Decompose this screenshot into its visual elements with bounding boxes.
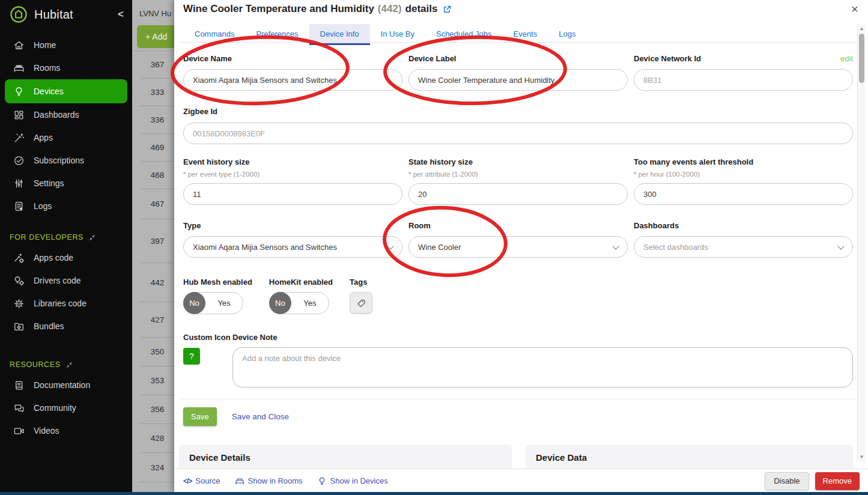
sidebar-item-drivers-code[interactable]: Drivers code [0,269,132,292]
bulb-icon [13,86,25,97]
log-file-icon [13,201,25,212]
sidebar-item-dashboards[interactable]: Dashboards [0,103,132,126]
sidebar-item-subscriptions[interactable]: Subscriptions [0,149,132,172]
sidebar-item-community[interactable]: Community [0,396,132,419]
too-many-events-input[interactable] [634,183,853,205]
sidebar-item-label: Settings [34,178,64,188]
event-history-size-hint: * per event type (1-2000) [183,171,402,178]
source-link[interactable]: </> Source [183,476,220,485]
hub-mesh-no-option[interactable]: No [183,292,205,314]
save-and-close-link[interactable]: Save and Close [232,412,289,421]
show-in-devices-link[interactable]: Show in Devices [317,476,388,486]
type-select[interactable]: Xiaomi Aqara Mijia Sensors and Switches [183,236,402,258]
scrollbar-thumb[interactable] [859,34,864,83]
hub-mesh-yes-option[interactable]: Yes [205,299,243,308]
table-row-number[interactable]: 442 [141,263,174,302]
table-row-number[interactable]: 428 [141,424,174,453]
custom-icon-button[interactable]: ? [183,348,200,365]
code-icon: </> [183,477,192,485]
sidebar: Hubitat < Home Rooms Devices Dashboards … [0,0,132,495]
bed-icon [13,62,25,74]
bulb-icon [317,476,327,486]
chevron-down-icon [387,243,393,249]
sidebar-item-videos[interactable]: Videos [0,419,132,442]
scrollbar-up-icon[interactable]: ▲ [858,26,866,31]
device-table-rows: 367 333 336 469 468 467 397 442 427 350 … [132,50,174,482]
sidebar-item-libraries-code[interactable]: Libraries code [0,292,132,315]
row-save: Save Save and Close [183,407,289,426]
sidebar-item-home[interactable]: Home [0,34,132,56]
event-history-size-input[interactable] [183,183,402,205]
too-many-events-hint: * per hour (100-2000) [634,171,853,178]
table-row-number[interactable]: 469 [141,134,174,162]
state-history-size-input[interactable] [408,183,628,205]
zigbee-id-label: Zigbee Id [183,107,217,116]
table-row-number[interactable]: 333 [141,79,174,106]
edit-network-id-link[interactable]: edit [840,54,853,63]
sidebar-item-rooms[interactable]: Rooms [0,56,132,79]
table-row-number[interactable]: 353 [141,366,174,395]
section-title-label: FOR DEVELOPERS [10,233,83,241]
device-name-label: Device Name [183,54,232,63]
apps-code-icon [13,252,25,264]
book-icon [13,380,25,391]
table-row-number[interactable]: 468 [141,162,174,189]
show-in-rooms-link[interactable]: Show in Rooms [235,476,303,486]
table-row-number[interactable]: 397 [141,219,174,263]
sidebar-item-settings[interactable]: Settings [0,172,132,195]
section-for-developers: FOR DEVELOPERS [0,233,132,241]
sidebar-collapse-icon[interactable]: < [118,8,124,20]
tags-button[interactable] [350,292,372,314]
state-history-size-hint: * per attribute (1-2000) [408,171,628,178]
table-row-number[interactable]: 427 [141,302,174,338]
homekit-yes-option[interactable]: Yes [291,299,329,308]
sidebar-item-devices[interactable]: Devices [5,79,127,103]
table-row-number[interactable]: 467 [141,189,174,219]
table-row-number[interactable]: 356 [141,395,174,424]
sidebar-item-label: Dashboards [34,110,79,120]
too-many-events-label: Too many events alert threshold [634,157,853,166]
homekit-toggle[interactable]: No Yes [269,292,329,314]
sidebar-item-label: Community [34,403,76,413]
table-row-number[interactable]: 336 [141,106,174,134]
disable-button[interactable]: Disable [765,472,809,490]
table-row-number[interactable]: 367 [141,51,174,79]
scrollbar-down-icon[interactable]: ▼ [858,454,866,460]
table-row-number[interactable]: 350 [141,338,174,366]
room-select[interactable]: Wine Cooler [408,236,628,258]
sidebar-item-bundles[interactable]: Bundles [0,315,132,338]
sidebar-item-logs[interactable]: Logs [0,195,132,217]
zigbee-id-input [183,123,853,144]
sidebar-item-label: Drivers code [34,276,81,285]
bottom-edge-strip [0,492,868,495]
save-button[interactable]: Save [183,407,217,426]
table-row-number[interactable]: 324 [141,453,174,482]
brand-row: Hubitat < [0,0,132,29]
device-note-textarea[interactable] [232,347,853,387]
sidebar-item-documentation[interactable]: Documentation [0,374,132,396]
dashboard-icon [13,109,25,121]
row-note: Custom Icon ? Device Note [183,333,853,390]
sidebar-item-apps[interactable]: Apps [0,126,132,149]
section-title-label: RESOURCES [10,360,61,369]
sidebar-item-apps-code[interactable]: Apps code [0,246,132,269]
state-history-size-label: State history size [408,157,628,166]
remove-button[interactable]: Remove [815,472,860,490]
homekit-no-option[interactable]: No [269,292,291,314]
open-in-new-tab-icon[interactable] [443,5,452,14]
row-identity: Device Name Device Label Device Network … [183,54,853,91]
device-label-input[interactable] [408,69,628,91]
device-details-panel: Device Details [179,445,512,469]
add-device-button[interactable]: + Add [137,25,174,48]
home-icon [13,40,25,51]
hub-mesh-toggle[interactable]: No Yes [183,292,243,314]
device-note-label: Device Note [232,333,853,342]
drivers-code-icon [13,275,25,287]
dashboards-select[interactable]: Select dashboards [634,236,853,258]
modal-scrollbar[interactable]: ▲ ▼ [857,24,865,461]
close-icon[interactable]: × [851,2,858,15]
sidebar-item-label: Subscriptions [34,156,84,165]
collapse-section-icon[interactable] [65,361,73,369]
collapse-section-icon[interactable] [88,234,96,241]
device-name-input[interactable] [183,69,402,91]
